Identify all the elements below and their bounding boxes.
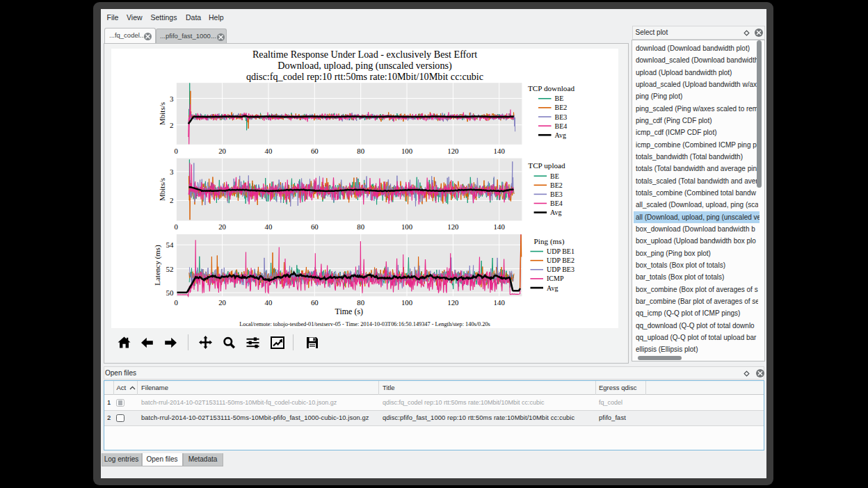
svg-text:Avg: Avg	[547, 284, 558, 292]
svg-text:120: 120	[447, 147, 458, 155]
svg-text:BE2: BE2	[555, 104, 568, 111]
svg-text:BE3: BE3	[550, 190, 563, 198]
svg-text:UDP BE1: UDP BE1	[547, 247, 574, 255]
svg-text:100: 100	[401, 147, 412, 155]
svg-text:120: 120	[447, 298, 458, 307]
svg-text:3: 3	[170, 95, 174, 103]
svg-text:Local/remote: tohojo-testbed-0: Local/remote: tohojo-testbed-01/testserv…	[239, 321, 490, 327]
svg-text:qdisc:fq_codel rep:10 rtt:50ms: qdisc:fq_codel rep:10 rtt:50ms rate:10Mb…	[246, 71, 483, 82]
svg-text:54: 54	[166, 241, 175, 249]
svg-text:50: 50	[166, 288, 175, 297]
svg-text:0: 0	[175, 298, 178, 307]
svg-text:Realtime Response Under Load -: Realtime Response Under Load - exclusive…	[252, 49, 477, 60]
svg-text:TCP upload: TCP upload	[528, 161, 565, 170]
svg-text:60: 60	[311, 222, 319, 231]
svg-text:100: 100	[401, 222, 412, 231]
svg-text:Mbits/s: Mbits/s	[158, 178, 166, 201]
svg-text:Ping (ms): Ping (ms)	[534, 237, 565, 246]
svg-text:140: 140	[494, 147, 505, 155]
svg-text:140: 140	[494, 298, 505, 307]
svg-text:BE4: BE4	[550, 200, 563, 207]
svg-text:140: 140	[494, 222, 505, 231]
svg-text:Time (s): Time (s)	[335, 307, 364, 316]
svg-text:ICMP: ICMP	[547, 275, 564, 282]
svg-text:40: 40	[265, 147, 273, 155]
svg-text:40: 40	[265, 222, 273, 231]
svg-text:20: 20	[218, 222, 226, 231]
svg-text:2: 2	[170, 121, 174, 129]
svg-text:BE2: BE2	[550, 181, 563, 189]
svg-text:BE: BE	[550, 172, 559, 180]
svg-text:UDP BE3: UDP BE3	[547, 266, 574, 273]
svg-text:UDP BE2: UDP BE2	[547, 257, 574, 264]
svg-text:0: 0	[175, 147, 178, 155]
svg-text:60: 60	[311, 298, 319, 307]
svg-text:2: 2	[170, 196, 174, 204]
svg-text:100: 100	[401, 298, 412, 307]
svg-text:20: 20	[218, 147, 226, 155]
svg-text:TCP download: TCP download	[528, 84, 574, 92]
svg-text:BE4: BE4	[555, 122, 568, 130]
svg-text:60: 60	[311, 147, 319, 155]
svg-text:BE: BE	[555, 95, 564, 102]
svg-text:Mbits/s: Mbits/s	[158, 102, 166, 125]
svg-text:0: 0	[175, 222, 178, 231]
svg-text:80: 80	[357, 222, 364, 231]
svg-text:80: 80	[357, 147, 364, 155]
svg-text:Latency (ms): Latency (ms)	[154, 245, 163, 286]
svg-text:20: 20	[218, 298, 226, 307]
svg-text:40: 40	[265, 298, 273, 307]
svg-text:3: 3	[170, 168, 174, 176]
svg-text:Avg: Avg	[550, 209, 561, 216]
svg-text:52: 52	[166, 265, 174, 273]
svg-text:Download, upload, ping (unscal: Download, upload, ping (unscaled version…	[278, 60, 452, 72]
svg-text:Avg: Avg	[555, 131, 566, 139]
svg-text:120: 120	[447, 222, 458, 231]
svg-text:80: 80	[357, 298, 364, 307]
svg-text:BE3: BE3	[555, 113, 568, 121]
